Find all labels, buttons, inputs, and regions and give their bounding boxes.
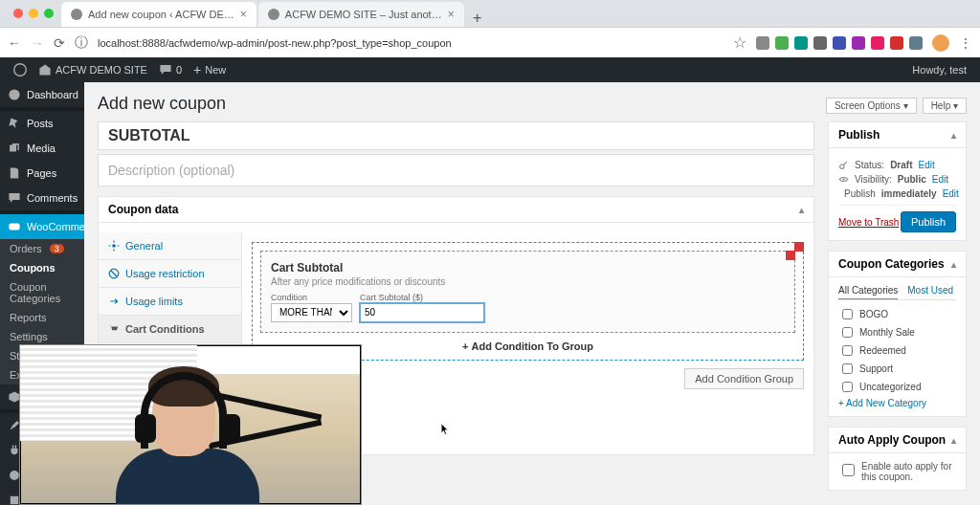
svg-point-12: [842, 178, 844, 180]
tab-cart-conditions[interactable]: Cart Conditions: [99, 316, 241, 343]
help-button[interactable]: Help ▾: [923, 98, 967, 114]
sidebar-sub-orders[interactable]: Orders3: [0, 239, 84, 258]
browser-tab[interactable]: ACFW DEMO SITE – Just anot… ×: [258, 2, 464, 27]
publish-button[interactable]: Publish: [901, 211, 956, 232]
coupon-description-input[interactable]: Description (optional): [98, 154, 814, 187]
back-button[interactable]: ←: [8, 35, 21, 51]
delete-icon[interactable]: [786, 251, 795, 260]
extension-icon[interactable]: [794, 36, 808, 50]
favicon: [71, 9, 82, 20]
tab-general[interactable]: General: [99, 232, 241, 260]
chevron-up-icon[interactable]: ▴: [951, 435, 956, 446]
sidebar-item-pages[interactable]: Pages: [0, 161, 84, 186]
sidebar-sub-coupons[interactable]: Coupons: [0, 258, 84, 277]
tab-usage-limits[interactable]: Usage limits: [99, 288, 241, 316]
condition-group: Cart Subtotal After any price modificati…: [260, 251, 795, 333]
category-checkbox[interactable]: [842, 345, 853, 356]
chevron-up-icon[interactable]: ▴: [951, 259, 956, 270]
svg-rect-2: [9, 224, 19, 231]
category-checkbox[interactable]: [842, 382, 853, 392]
auto-apply-checkbox[interactable]: [842, 464, 855, 476]
chevron-up-icon[interactable]: ▴: [799, 205, 804, 215]
profile-avatar[interactable]: [932, 34, 949, 52]
publish-header[interactable]: Publish▴: [829, 122, 966, 148]
category-checkbox[interactable]: [842, 363, 853, 374]
category-item[interactable]: Support: [838, 361, 956, 377]
category-item[interactable]: BOGO: [838, 306, 956, 322]
media-icon: [8, 142, 21, 155]
edit-schedule-link[interactable]: Edit: [943, 188, 959, 199]
field-label: Condition: [271, 293, 352, 302]
auto-apply-option[interactable]: Enable auto apply for this coupon.: [838, 461, 956, 482]
categories-header[interactable]: Coupon Categories▴: [829, 252, 966, 277]
close-icon[interactable]: ×: [240, 8, 247, 21]
minimize-window[interactable]: [29, 9, 38, 18]
new-content[interactable]: +New: [188, 62, 232, 77]
extension-icon[interactable]: [852, 36, 865, 50]
orders-badge: 3: [50, 244, 64, 253]
chevron-up-icon[interactable]: ▴: [951, 130, 956, 141]
howdy-user[interactable]: Howdy, test: [906, 64, 972, 76]
extension-icon[interactable]: [813, 36, 827, 50]
condition-desc: After any price modifications or discoun…: [271, 276, 785, 287]
tab-usage-restriction[interactable]: Usage restriction: [99, 260, 241, 288]
condition-select[interactable]: MORE THAN: [271, 303, 352, 322]
svg-point-0: [14, 64, 27, 77]
close-window[interactable]: [13, 9, 23, 18]
edit-status-link[interactable]: Edit: [918, 160, 934, 170]
move-to-trash-link[interactable]: Move to Trash: [838, 217, 899, 228]
star-icon[interactable]: ☆: [733, 33, 746, 52]
sidebar-item-dashboard[interactable]: Dashboard: [0, 82, 84, 107]
browser-tab-active[interactable]: Add new coupon ‹ ACFW DE… ×: [61, 2, 256, 27]
sidebar-item-posts[interactable]: Posts: [0, 111, 84, 136]
extension-icon[interactable]: [871, 36, 884, 50]
extension-icon[interactable]: [909, 36, 923, 50]
subtotal-input[interactable]: [360, 303, 484, 322]
extension-icon[interactable]: [756, 36, 769, 50]
add-condition-group-button[interactable]: Add Condition Group: [684, 368, 804, 389]
coupon-title-input[interactable]: [98, 121, 814, 150]
reload-button[interactable]: ⟳: [54, 35, 65, 51]
new-tab-button[interactable]: +: [466, 10, 489, 27]
close-icon[interactable]: ×: [448, 8, 455, 21]
tab-all-categories[interactable]: All Categories: [838, 285, 898, 299]
extension-icon[interactable]: [833, 36, 846, 50]
maximize-window[interactable]: [44, 9, 54, 18]
screen-options-button[interactable]: Screen Options ▾: [826, 98, 917, 114]
site-link[interactable]: ACFW DEMO SITE: [33, 63, 153, 77]
extension-icon[interactable]: [890, 36, 903, 50]
svg-rect-4: [11, 496, 18, 504]
info-icon[interactable]: ⓘ: [75, 34, 88, 52]
edit-visibility-link[interactable]: Edit: [932, 174, 948, 185]
sidebar-sub-reports[interactable]: Reports: [0, 308, 84, 327]
add-new-category-link[interactable]: + Add New Category: [838, 398, 926, 408]
sidebar-item-woocommerce[interactable]: WooCommerce: [0, 214, 84, 239]
category-item[interactable]: Monthly Sale: [838, 324, 956, 340]
tab-title: Add new coupon ‹ ACFW DE…: [88, 9, 234, 20]
url-field[interactable]: localhost:8888/acfwdemo/wp-admin/post-ne…: [98, 37, 724, 49]
tab-most-used[interactable]: Most Used: [907, 285, 953, 299]
auto-apply-header[interactable]: Auto Apply Coupon▴: [829, 428, 966, 453]
page-title: Add new coupon: [98, 94, 226, 114]
delete-icon[interactable]: [794, 242, 804, 252]
sidebar-sub-settings[interactable]: Settings: [0, 327, 84, 346]
svg-point-11: [840, 165, 844, 168]
category-item[interactable]: Redeemed: [838, 342, 956, 359]
favicon: [268, 9, 279, 20]
wp-logo[interactable]: [8, 63, 33, 77]
comments-link[interactable]: 0: [153, 63, 188, 77]
category-item[interactable]: Uncategorized: [838, 379, 956, 395]
category-checkbox[interactable]: [842, 309, 853, 319]
browser-chrome: Add new coupon ‹ ACFW DE… × ACFW DEMO SI…: [0, 0, 980, 57]
extension-icon[interactable]: [775, 36, 789, 50]
visibility-icon: [838, 174, 849, 185]
tabstrip: Add new coupon ‹ ACFW DE… × ACFW DEMO SI…: [0, 0, 980, 27]
sidebar-item-comments[interactable]: Comments: [0, 186, 84, 210]
sidebar-item-media[interactable]: Media: [0, 136, 84, 161]
sidebar-sub-coupon-categories[interactable]: Coupon Categories: [0, 277, 84, 308]
condition-group-wrapper: Cart Subtotal After any price modificati…: [252, 242, 804, 361]
menu-icon[interactable]: ⋮: [959, 35, 972, 51]
field-label: Cart Subtotal ($): [360, 293, 484, 302]
coupon-data-header[interactable]: Coupon data ▴: [99, 197, 813, 223]
category-checkbox[interactable]: [842, 327, 853, 338]
